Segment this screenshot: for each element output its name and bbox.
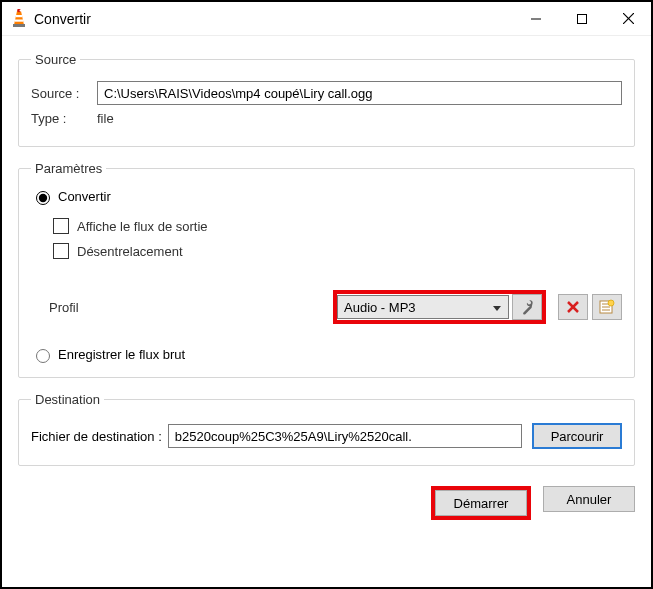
svg-rect-1 <box>16 15 22 17</box>
vlc-icon <box>10 8 28 30</box>
show-output-checkbox[interactable] <box>53 218 69 234</box>
profile-highlight: Audio - MP3 <box>333 290 546 324</box>
new-profile-button[interactable] <box>592 294 622 320</box>
show-output-label: Affiche le flux de sortie <box>77 219 208 234</box>
start-button[interactable]: Démarrer <box>435 490 527 516</box>
convert-radio-label: Convertir <box>58 189 111 204</box>
edit-profile-button[interactable] <box>512 294 542 320</box>
profile-label: Profil <box>49 300 109 315</box>
destination-file-label: Fichier de destination : <box>31 429 162 444</box>
dialog-footer: Démarrer Annuler <box>2 480 651 520</box>
maximize-button[interactable] <box>559 2 605 36</box>
source-type-label: Type : <box>31 111 97 126</box>
browse-button[interactable]: Parcourir <box>532 423 622 449</box>
svg-rect-3 <box>13 24 25 27</box>
new-list-icon <box>599 299 615 315</box>
settings-group: Paramètres Convertir Affiche le flux de … <box>18 161 635 378</box>
deinterlace-label: Désentrelacement <box>77 244 183 259</box>
dump-raw-label: Enregistrer le flux brut <box>58 347 185 362</box>
titlebar: Convertir <box>2 2 651 36</box>
profile-combobox[interactable]: Audio - MP3 <box>337 295 509 319</box>
source-path-label: Source : <box>31 86 97 101</box>
x-delete-icon <box>566 300 580 314</box>
svg-point-5 <box>20 9 22 11</box>
svg-marker-0 <box>14 11 24 25</box>
destination-file-input[interactable] <box>168 424 522 448</box>
convert-window: Convertir Source Source : Type : file <box>0 0 653 589</box>
close-button[interactable] <box>605 2 651 36</box>
deinterlace-checkbox[interactable] <box>53 243 69 259</box>
destination-group: Destination Fichier de destination : Par… <box>18 392 635 466</box>
wrench-icon <box>519 299 535 315</box>
source-path-input[interactable] <box>97 81 622 105</box>
settings-legend: Paramètres <box>31 161 106 176</box>
minimize-button[interactable] <box>513 2 559 36</box>
svg-rect-2 <box>15 19 23 21</box>
cancel-button[interactable]: Annuler <box>543 486 635 512</box>
source-legend: Source <box>31 52 80 67</box>
convert-radio[interactable] <box>36 191 50 205</box>
browse-button-label: Parcourir <box>551 429 604 444</box>
delete-profile-button[interactable] <box>558 294 588 320</box>
window-title: Convertir <box>34 11 91 27</box>
source-group: Source Source : Type : file <box>18 52 635 147</box>
destination-legend: Destination <box>31 392 104 407</box>
cancel-button-label: Annuler <box>567 492 612 507</box>
start-button-label: Démarrer <box>454 496 509 511</box>
profile-combobox-value: Audio - MP3 <box>344 300 416 315</box>
source-type-value: file <box>97 109 114 128</box>
dump-raw-radio[interactable] <box>36 349 50 363</box>
svg-rect-7 <box>578 14 587 23</box>
start-highlight: Démarrer <box>431 486 531 520</box>
svg-point-16 <box>608 300 614 306</box>
